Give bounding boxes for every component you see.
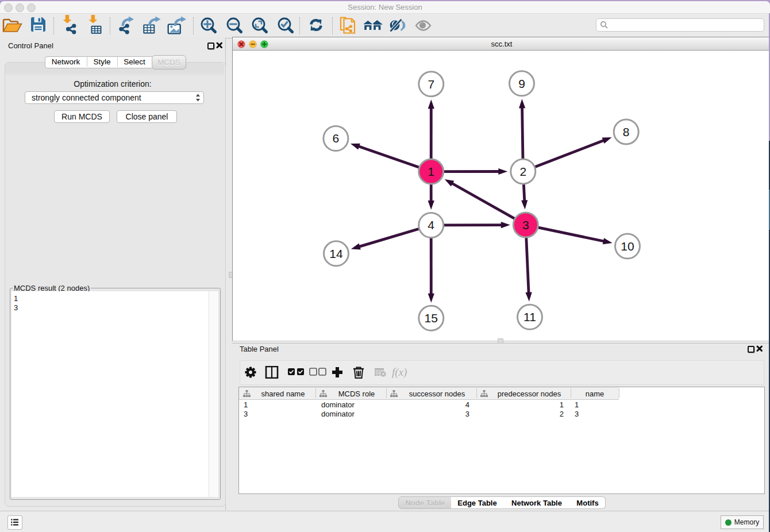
svg-text:4: 4 [428, 218, 434, 232]
svg-text:11: 11 [523, 310, 536, 323]
svg-text:15: 15 [425, 311, 438, 325]
svg-text:1: 1 [428, 165, 434, 178]
svg-text:10: 10 [621, 240, 634, 253]
svg-text:f(x): f(x) [392, 366, 407, 379]
svg-text:2: 2 [519, 165, 526, 178]
svg-text:9: 9 [518, 77, 525, 90]
svg-text:7: 7 [428, 78, 434, 91]
svg-text:8: 8 [623, 125, 630, 138]
svg-text:6: 6 [333, 132, 340, 145]
svg-text:3: 3 [522, 218, 529, 232]
svg-text:14: 14 [329, 247, 343, 260]
